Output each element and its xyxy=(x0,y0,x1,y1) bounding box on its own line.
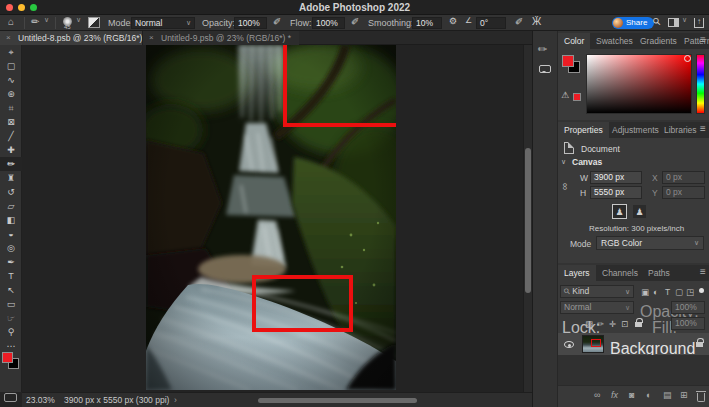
eyedropper-tool[interactable]: ╱ xyxy=(0,129,22,143)
brush-angle-field[interactable]: 0° xyxy=(476,17,506,29)
new-layer-icon[interactable]: ⊞ xyxy=(680,390,688,400)
properties-panel-menu-icon[interactable]: ≡ xyxy=(700,123,706,134)
layer-opacity-field[interactable]: 100% ∨ xyxy=(671,301,705,314)
filter-shape-layers-icon[interactable]: ▢ xyxy=(675,287,683,297)
layer-visibility-eye-icon[interactable] xyxy=(564,341,574,348)
tab-swatches[interactable]: Swatches xyxy=(590,33,639,49)
export-share-icon[interactable]: ↑ xyxy=(694,18,704,28)
path-selection-tool[interactable]: ↖ xyxy=(0,283,22,297)
vertical-scrollbar-thumb[interactable] xyxy=(525,148,531,293)
brush-tool-icon[interactable]: ✏ xyxy=(31,16,39,27)
flow-select[interactable]: 100% ∨ xyxy=(312,17,345,29)
canvas-y-field[interactable]: 0 px xyxy=(662,186,705,199)
type-tool[interactable]: T xyxy=(0,269,22,283)
lasso-tool[interactable]: ∿ xyxy=(0,73,22,87)
home-icon[interactable]: ⌂ xyxy=(8,16,14,27)
lock-artboard-icon[interactable]: ⊡ xyxy=(621,319,628,329)
search-icon[interactable]: ⚲ xyxy=(650,15,663,28)
canvas-x-field[interactable]: 0 px xyxy=(662,171,705,184)
edit-toolbar-icon[interactable]: ⋯ xyxy=(0,339,22,353)
dodge-tool[interactable]: ◎ xyxy=(0,241,22,255)
clone-stamp-tool[interactable]: ♜ xyxy=(0,171,22,185)
frame-tool[interactable]: ⊠ xyxy=(0,115,22,129)
portrait-orientation-button[interactable]: ♟ xyxy=(612,204,627,219)
layer-style-fx-icon[interactable]: fx xyxy=(611,390,618,400)
link-dimensions-icon[interactable]: ∞ xyxy=(560,183,571,190)
close-tab-icon[interactable]: × xyxy=(6,31,11,45)
foreground-color-swatch[interactable] xyxy=(2,352,13,363)
hand-tool[interactable]: ☞ xyxy=(0,311,22,325)
paint-symmetry-icon[interactable]: Ӝ xyxy=(532,16,541,27)
add-layer-mask-icon[interactable]: ◙ xyxy=(629,390,634,400)
layer-filter-select[interactable]: ⚲ Kind ∨ xyxy=(560,285,634,298)
smoothing-options-gear-icon[interactable]: ⚙ xyxy=(449,16,457,26)
size-pressure-icon[interactable]: ✐ xyxy=(515,16,523,27)
comments-panel-icon[interactable] xyxy=(539,65,551,73)
color-panel-menu-icon[interactable]: ≡ xyxy=(700,34,706,45)
history-brush-tool[interactable]: ↺ xyxy=(0,185,22,199)
color-saturation-field[interactable] xyxy=(586,54,692,114)
marquee-tool[interactable]: ▢ xyxy=(0,59,22,73)
blend-mode-select[interactable]: Normal ∨ xyxy=(131,17,195,29)
hue-slider[interactable] xyxy=(696,54,705,114)
canvas-height-field[interactable]: 5550 px xyxy=(590,186,642,199)
chevron-down-icon[interactable]: ∨ xyxy=(44,16,49,24)
tab-adjustments[interactable]: Adjustments xyxy=(606,122,665,138)
tab-untitled-8[interactable]: × Untitled-8.psb @ 23% (RGB/16*) * xyxy=(0,31,156,45)
lock-image-pixels-icon[interactable]: ✏ xyxy=(597,319,604,329)
share-button[interactable]: Share xyxy=(612,17,654,29)
airbrush-icon[interactable]: ✐ xyxy=(351,16,359,27)
filter-adjustment-layers-icon[interactable]: ◐ xyxy=(653,287,658,297)
layer-list-empty-area[interactable] xyxy=(558,355,709,385)
spot-healing-brush-tool[interactable]: ✚ xyxy=(0,143,22,157)
zoom-level-field[interactable]: 23.03% xyxy=(26,393,55,407)
link-layers-icon[interactable]: ∞ xyxy=(594,390,600,400)
gradient-tool[interactable]: ◧ xyxy=(0,213,22,227)
tab-untitled-9[interactable]: × Untitled-9.psb @ 23% (RGB/16*) * xyxy=(142,31,299,45)
chevron-down-icon[interactable]: ∨ xyxy=(682,16,687,24)
screen-mode-icon[interactable] xyxy=(4,393,17,402)
layer-filter-toggle[interactable] xyxy=(699,288,704,293)
canvas-width-field[interactable]: 3900 px xyxy=(590,171,642,184)
opacity-pressure-icon[interactable]: ✐ xyxy=(273,16,281,27)
workspace-switcher-icon[interactable] xyxy=(668,18,679,27)
close-tab-icon[interactable]: × xyxy=(149,31,154,45)
delete-layer-trash-icon[interactable] xyxy=(697,393,705,402)
tab-layers[interactable]: Layers xyxy=(558,265,596,281)
new-adjustment-layer-icon[interactable]: ◐ xyxy=(646,390,651,400)
toggle-brush-settings-icon[interactable] xyxy=(88,17,100,28)
gamut-color-swatch[interactable] xyxy=(573,93,581,101)
collapse-caret-icon[interactable]: ∨ xyxy=(561,158,566,166)
lock-transparent-pixels-icon[interactable]: ▨ xyxy=(585,319,593,329)
tab-libraries[interactable]: Libraries xyxy=(658,122,703,138)
rectangle-tool[interactable]: ▭ xyxy=(0,297,22,311)
opacity-select[interactable]: 100% ∨ xyxy=(234,17,267,29)
filter-pixel-layers-icon[interactable]: ▣ xyxy=(641,287,649,297)
zoom-tool[interactable]: ⚲ xyxy=(0,325,22,339)
tab-gradients[interactable]: Gradients xyxy=(634,33,683,49)
eraser-tool[interactable]: ▱ xyxy=(0,199,22,213)
status-options-chevron-icon[interactable]: › xyxy=(174,393,177,407)
layers-panel-menu-icon[interactable]: ≡ xyxy=(700,266,706,277)
filter-smart-object-icon[interactable]: ◳ xyxy=(686,287,694,297)
tab-paths[interactable]: Paths xyxy=(642,265,676,281)
landscape-orientation-button[interactable]: ♟ xyxy=(632,204,647,219)
pen-tool[interactable]: ✒ xyxy=(0,255,22,269)
tab-channels[interactable]: Channels xyxy=(596,265,644,281)
layer-thumbnail[interactable] xyxy=(582,335,604,353)
tab-properties[interactable]: Properties xyxy=(558,122,609,138)
chevron-down-icon[interactable]: ∨ xyxy=(76,16,81,24)
crop-tool[interactable]: ⌗ xyxy=(0,101,22,115)
horizontal-scrollbar-thumb[interactable] xyxy=(258,398,417,403)
blur-tool[interactable]: ◒ xyxy=(0,227,22,241)
layer-blend-mode-select[interactable]: Normal ∨ xyxy=(560,301,634,314)
brush-tool[interactable]: ✏ xyxy=(0,157,22,171)
tab-color[interactable]: Color xyxy=(558,33,590,49)
new-group-folder-icon[interactable]: ▤ xyxy=(663,390,672,400)
color-mode-select[interactable]: RGB Color ∨ xyxy=(596,236,704,250)
layer-row-background[interactable]: Background xyxy=(558,333,709,355)
move-tool[interactable]: ⌖ xyxy=(0,45,22,59)
color-picker-handle[interactable] xyxy=(684,55,691,62)
smoothing-select[interactable]: 10% ∨ xyxy=(412,17,442,29)
filter-type-layers-icon[interactable]: T xyxy=(665,287,670,297)
